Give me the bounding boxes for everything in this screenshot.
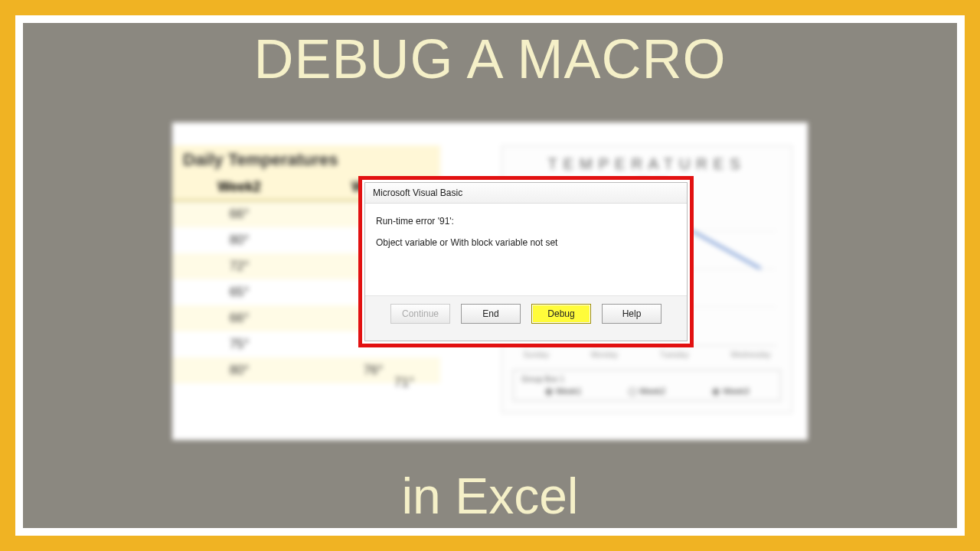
radio-week2[interactable]: Week2: [629, 386, 665, 396]
radio-week3[interactable]: Week3: [712, 386, 749, 396]
x-tick: Wednesday: [730, 350, 771, 359]
radio-icon: [712, 388, 720, 396]
extra-cell: 71°: [394, 375, 414, 390]
groupbox-label: Group Box 1: [521, 375, 564, 383]
continue-button: Continue: [390, 304, 450, 324]
dialog-titlebar: Microsoft Visual Basic: [365, 183, 687, 204]
page-subtitle: in Excel: [23, 467, 957, 525]
table-header: Week2: [172, 174, 306, 201]
chart-title: TEMPERATURES: [502, 146, 792, 176]
x-tick: Sunday: [523, 350, 549, 359]
help-button[interactable]: Help: [602, 304, 662, 324]
outer-frame: DEBUG A MACRO Daily Temperatures Week2 W…: [15, 15, 965, 536]
radio-icon: [545, 388, 553, 396]
vba-error-dialog: Microsoft Visual Basic Run-time error '9…: [364, 182, 688, 341]
debug-button[interactable]: Debug: [531, 304, 591, 324]
error-message-line: Object variable or With block variable n…: [376, 237, 676, 248]
dialog-body: Run-time error '91': Object variable or …: [365, 204, 687, 295]
table-title: Daily Temperatures: [172, 145, 440, 174]
error-code-line: Run-time error '91':: [376, 216, 676, 227]
end-button[interactable]: End: [461, 304, 521, 324]
dialog-button-row: Continue End Debug Help: [365, 295, 687, 324]
chart-groupbox: Group Box 1 Week1 Week2 Week3: [513, 370, 781, 401]
radio-week1[interactable]: Week1: [545, 386, 582, 396]
chart-x-axis: Sunday Monday Tuesday Wednesday: [502, 346, 792, 364]
radio-icon: [629, 388, 636, 396]
x-tick: Tuesday: [660, 350, 689, 359]
chart-radio-group: Week1 Week2 Week3: [521, 383, 773, 396]
error-dialog-highlight: Microsoft Visual Basic Run-time error '9…: [358, 176, 694, 347]
x-tick: Monday: [591, 350, 619, 359]
page-title: DEBUG A MACRO: [23, 28, 957, 90]
inner-frame: DEBUG A MACRO Daily Temperatures Week2 W…: [23, 23, 957, 528]
